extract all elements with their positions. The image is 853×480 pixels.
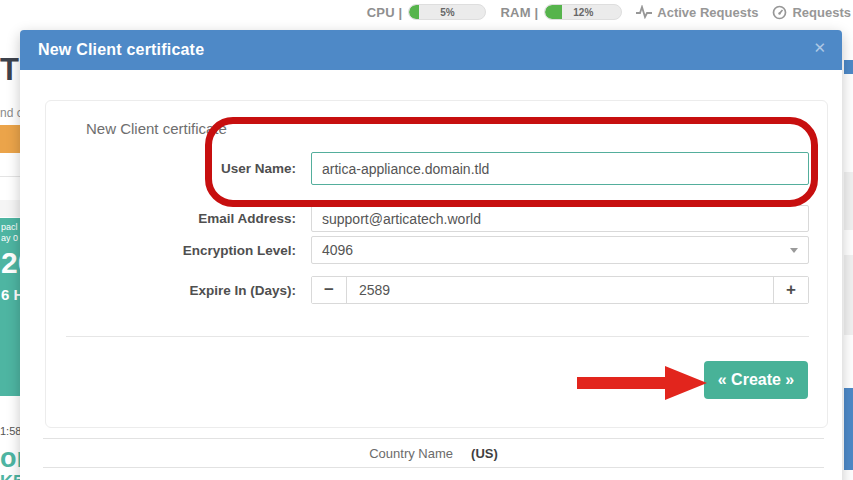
stat-card-line2: ay 0 (1, 233, 20, 243)
new-client-certificate-dialog: New Client certificate ✕ New Client cert… (20, 30, 842, 480)
expire-days-label: Expire In (Days): (46, 283, 296, 298)
cpu-progressbar: 5% (408, 4, 486, 20)
active-requests-menu[interactable]: Active Requests (636, 5, 758, 20)
form-title: New Client certificate (86, 120, 227, 137)
ram-percent: 12% (545, 5, 621, 19)
email-field-wrap (311, 205, 809, 232)
increment-button[interactable]: + (773, 277, 808, 303)
active-requests-label: Active Requests (657, 5, 758, 20)
close-icon[interactable]: ✕ (813, 39, 826, 57)
top-bar-items: CPU | 5% RAM | 12% Active Requests (367, 4, 851, 20)
country-name-label: Country Name (369, 446, 453, 461)
stat-card-fragment: pacl ay 0 20 6 H (0, 218, 20, 396)
gauge-icon (772, 5, 787, 20)
certificate-form-panel: New Client certificate User Name: Email … (45, 100, 828, 428)
country-name-row: Country Name (US) (43, 438, 824, 468)
user-name-label: User Name: (46, 161, 296, 176)
requests-label: Requests (792, 5, 851, 20)
stat-card-value: 20 (1, 246, 20, 280)
timestamp-fragment: 1:58 (0, 425, 21, 437)
background-divider (0, 176, 20, 177)
form-divider (66, 336, 809, 337)
user-name-field-wrap (311, 152, 809, 185)
dialog-title: New Client certificate (38, 41, 204, 59)
encryption-level-value: 4096 (322, 242, 353, 258)
requests-menu[interactable]: Requests (772, 5, 851, 20)
create-button[interactable]: « Create » (704, 361, 808, 399)
background-gray-block-2 (844, 255, 853, 335)
cpu-label: CPU | (367, 5, 403, 20)
stat-card-line3: 6 H (1, 286, 20, 303)
background-blue-block-top (844, 60, 853, 74)
background-gray-block-1 (844, 172, 853, 230)
chevron-down-icon (790, 248, 798, 253)
cpu-percent: 5% (409, 5, 485, 19)
expire-days-input[interactable] (347, 277, 773, 303)
dialog-header: New Client certificate ✕ (20, 30, 842, 70)
encryption-level-label: Encryption Level: (46, 243, 296, 258)
top-bar: CPU | 5% RAM | 12% Active Requests (0, 0, 853, 30)
ram-progressbar: 12% (544, 4, 622, 20)
cpu-meter: CPU | 5% (367, 4, 487, 20)
email-input[interactable] (311, 205, 809, 232)
pulse-icon (636, 5, 652, 19)
ram-label: RAM | (500, 5, 538, 20)
country-name-value: (US) (471, 446, 498, 461)
background-gray-band (0, 200, 20, 217)
stat-card-line1: pacl (1, 222, 20, 232)
page: CPU | 5% RAM | 12% Active Requests (0, 0, 853, 480)
user-name-input[interactable] (311, 152, 809, 185)
encryption-level-select[interactable]: 4096 (311, 236, 809, 264)
email-label: Email Address: (46, 211, 296, 226)
decrement-button[interactable]: − (312, 277, 347, 303)
background-blue-block (844, 388, 853, 470)
ram-meter: RAM | 12% (500, 4, 622, 20)
expire-days-stepper: − + (311, 276, 809, 304)
